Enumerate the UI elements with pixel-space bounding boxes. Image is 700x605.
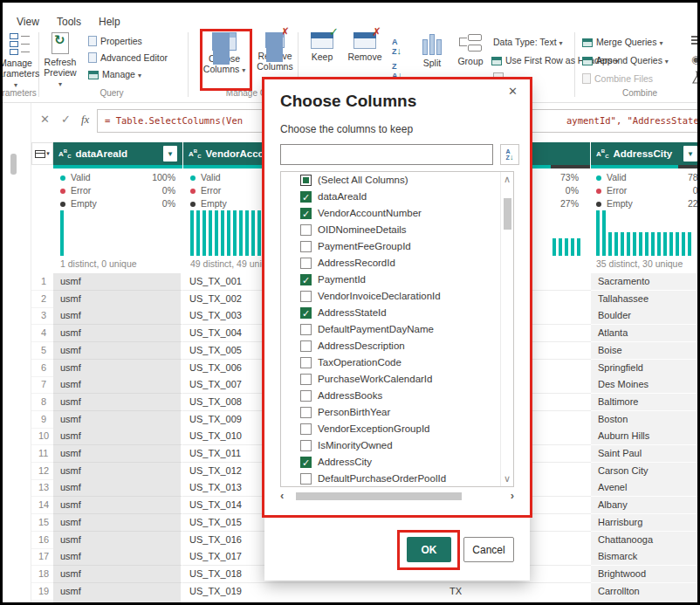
checkbox-icon[interactable] (300, 224, 312, 236)
table-cell[interactable]: 17 (31, 548, 53, 566)
column-list-item[interactable]: IsMinorityOwned (281, 437, 513, 454)
ribbon-collapse-icon[interactable] (691, 36, 700, 45)
table-cell[interactable]: Carrollton (591, 583, 700, 601)
group-by-button[interactable]: Group (451, 32, 490, 66)
table-cell[interactable]: 5 (31, 342, 53, 360)
table-cell[interactable]: usmf (53, 548, 182, 566)
table-cell[interactable]: usmf (53, 325, 182, 342)
checkbox-icon[interactable] (300, 274, 312, 285)
table-cell[interactable]: 18 (31, 566, 53, 583)
scroll-right-icon[interactable]: › (511, 489, 514, 502)
manage-parameters-button[interactable]: Manage Parameters ▾ (0, 32, 41, 91)
manage-button[interactable]: Manage ▾ (88, 69, 141, 79)
column-header-dataareaid[interactable]: ABC dataAreaId ▼ (53, 142, 182, 165)
sort-ascending-icon[interactable]: AZ↓ (392, 38, 401, 56)
column-header-addresscity[interactable]: ABC AddressCity ▼ (591, 142, 700, 165)
table-cell[interactable]: Chattanooga (591, 532, 700, 549)
table-cell[interactable]: Boise (591, 342, 700, 360)
table-cell[interactable]: 11 (31, 445, 53, 463)
filter-dropdown-icon[interactable]: ▼ (683, 146, 697, 162)
table-cell[interactable]: usmf (53, 479, 182, 497)
table-cell[interactable]: usmf (53, 411, 182, 429)
table-cell[interactable]: Avenel (591, 479, 700, 497)
table-cell[interactable]: Harrisburg (591, 514, 700, 532)
table-cell[interactable]: usmf (53, 463, 182, 480)
scroll-up-icon[interactable]: ∧ (501, 174, 513, 185)
checkbox-icon[interactable] (300, 191, 312, 203)
pane-grip[interactable] (10, 154, 17, 175)
table-cell[interactable]: US_TX_020 (182, 600, 443, 605)
table-cell[interactable]: 9 (31, 411, 53, 429)
table-cell[interactable]: 7 (31, 376, 53, 394)
scrollbar-thumb[interactable] (504, 198, 511, 230)
column-list-item[interactable]: AddressBooks (281, 388, 513, 404)
column-list-item[interactable]: PaymentId (281, 272, 513, 288)
table-cell[interactable]: usmf (53, 497, 182, 514)
menu-view[interactable]: View (17, 16, 39, 28)
table-cell[interactable]: usmf (53, 445, 182, 463)
column-list-item[interactable]: PurchaseWorkCalendarId (281, 371, 513, 388)
checkbox-icon[interactable] (300, 307, 312, 319)
column-list-item[interactable]: PaymentFeeGroupId (281, 238, 513, 255)
table-cell[interactable]: usmf (53, 514, 182, 532)
table-cell[interactable]: 2 (31, 291, 53, 308)
horizontal-scrollbar[interactable]: ‹ › (280, 490, 514, 503)
table-cell[interactable]: US_TX_019 (182, 583, 443, 601)
table-cell[interactable]: 13 (31, 479, 53, 497)
checkbox-icon[interactable] (300, 407, 312, 418)
column-list-item[interactable]: (Select All Columns) (281, 172, 513, 189)
table-cell[interactable]: Boulder (591, 307, 700, 325)
checkbox-icon[interactable] (300, 324, 312, 335)
table-cell[interactable]: Tallahassee (591, 291, 700, 308)
filter-dropdown-icon[interactable]: ▼ (163, 146, 177, 162)
checkbox-icon[interactable] (300, 258, 312, 269)
column-list-item[interactable]: AddressDescription (281, 338, 513, 354)
refresh-preview-button[interactable]: ↻ Refresh Preview ▾ (43, 32, 78, 90)
checkbox-icon[interactable] (300, 390, 312, 402)
table-cell[interactable]: usmf (53, 394, 182, 411)
checkbox-icon[interactable] (300, 440, 312, 451)
table-cell[interactable]: usmf (53, 583, 182, 601)
column-list-item[interactable]: OIDNomineeDetails (281, 222, 513, 238)
table-cell[interactable]: Albany (591, 497, 700, 514)
table-cell[interactable]: 14 (31, 497, 53, 514)
table-cell[interactable]: 8 (31, 394, 53, 411)
table-cell[interactable]: usmf (53, 307, 182, 325)
table-cell[interactable]: Springfield (591, 360, 700, 377)
column-list-item[interactable]: VendorExceptionGroupId (281, 421, 513, 437)
advanced-editor-button[interactable]: Advanced Editor (88, 52, 168, 63)
table-cell[interactable]: Brightwood (591, 566, 700, 583)
ok-button[interactable]: OK (407, 537, 451, 562)
cancel-button[interactable]: Cancel (463, 537, 514, 562)
queries-pane-collapsed[interactable] (3, 103, 31, 602)
table-cell[interactable]: 12 (31, 463, 53, 480)
checkbox-icon[interactable] (300, 340, 312, 352)
scroll-down-icon[interactable]: ∨ (501, 473, 513, 485)
table-cell[interactable]: TX (443, 583, 591, 601)
column-list-item[interactable]: PersonBirthYear (281, 404, 513, 421)
menu-tools[interactable]: Tools (57, 16, 81, 28)
table-cell[interactable]: Saint Paul (591, 445, 700, 463)
table-cell[interactable]: 16 (31, 532, 53, 549)
checkbox-icon[interactable] (300, 291, 312, 302)
checkbox-icon[interactable] (300, 357, 312, 368)
checkbox-icon[interactable] (300, 374, 312, 385)
column-list-item[interactable]: VendorInvoiceDeclarationId (281, 288, 513, 305)
table-cell[interactable]: Baltimore (591, 394, 700, 411)
table-cell[interactable]: DC (443, 600, 591, 605)
checkbox-icon[interactable] (300, 208, 312, 219)
column-list-item[interactable]: AddressCity (281, 454, 513, 471)
vertical-scrollbar[interactable]: ∧ ∨ (500, 172, 513, 486)
table-cell[interactable]: Auburn Hills (591, 428, 700, 445)
keep-rows-button[interactable]: ✓ Keep (303, 32, 341, 62)
table-cell[interactable]: 20 (31, 600, 53, 605)
table-cell[interactable]: usmf (53, 428, 182, 445)
close-icon[interactable]: ✕ (508, 85, 518, 98)
column-list-item[interactable]: AddressStateId (281, 305, 513, 321)
data-type-button[interactable]: Data Type: Text ▾ (493, 37, 563, 47)
column-profile-eye-icon[interactable]: ◉ (691, 53, 700, 65)
table-cell[interactable]: Boston (591, 411, 700, 429)
column-list-item[interactable]: AddressRecordId (281, 255, 513, 272)
table-cell[interactable]: Bismarck (591, 548, 700, 566)
checkbox-icon[interactable] (300, 175, 312, 186)
